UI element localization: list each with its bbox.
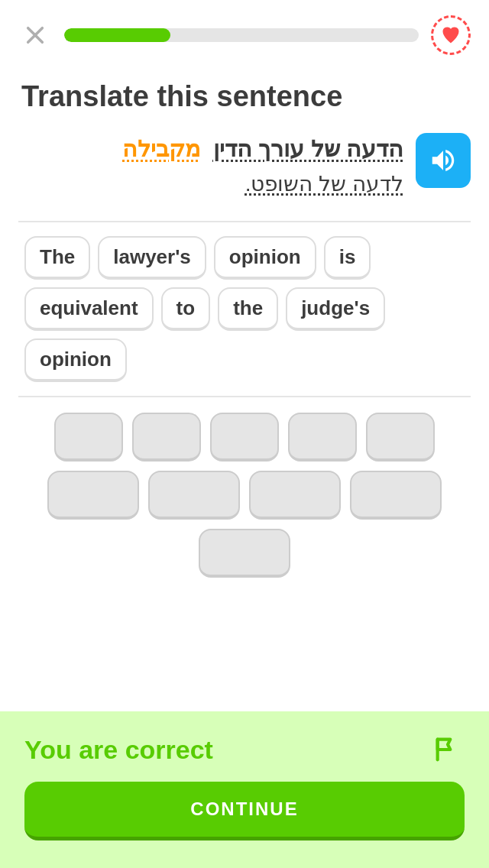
answer-chip-opinion2[interactable]: opinion bbox=[24, 338, 127, 382]
bottom-banner: You are correct CONTINUE bbox=[0, 711, 489, 868]
speaker-button[interactable] bbox=[416, 133, 471, 188]
heart-button[interactable] bbox=[431, 15, 471, 55]
answer-chip-opinion1[interactable]: opinion bbox=[214, 236, 316, 280]
bank-chip-5[interactable] bbox=[366, 413, 435, 462]
word-bank bbox=[0, 397, 489, 585]
answer-chip-the2[interactable]: the bbox=[218, 287, 278, 331]
sentence-text: הדעה של עורך הדין מקבילה לדעה של השופט. bbox=[18, 133, 403, 196]
progress-fill bbox=[64, 28, 170, 42]
answer-chip-lawyers[interactable]: lawyer's bbox=[98, 236, 206, 280]
correct-text: You are correct bbox=[24, 735, 213, 765]
header bbox=[0, 0, 489, 67]
answer-chip-equivalent[interactable]: equivalent bbox=[24, 287, 154, 331]
answer-chip-to[interactable]: to bbox=[161, 287, 211, 331]
bank-chip-1[interactable] bbox=[54, 413, 123, 462]
bank-chip-8[interactable] bbox=[249, 471, 341, 520]
correct-row: You are correct bbox=[24, 733, 465, 766]
progress-bar bbox=[64, 28, 419, 42]
answer-chip-the[interactable]: The bbox=[24, 236, 90, 280]
flag-report-icon[interactable] bbox=[431, 733, 465, 766]
sentence-area: הדעה של עורך הדין מקבילה לדעה של השופט. bbox=[0, 133, 489, 215]
bank-chip-10[interactable] bbox=[199, 529, 290, 578]
bank-chip-7[interactable] bbox=[148, 471, 240, 520]
hebrew-part1: הדעה של עורך הדין bbox=[213, 136, 403, 161]
bank-chip-9[interactable] bbox=[350, 471, 442, 520]
bank-chip-2[interactable] bbox=[132, 413, 201, 462]
hebrew-line1: הדעה של עורך הדין מקבילה bbox=[18, 133, 403, 165]
bank-chip-6[interactable] bbox=[47, 471, 139, 520]
bank-chip-4[interactable] bbox=[288, 413, 357, 462]
bank-chip-3[interactable] bbox=[210, 413, 279, 462]
answer-chip-is[interactable]: is bbox=[324, 236, 371, 280]
answer-area: The lawyer's opinion is equivalent to th… bbox=[18, 221, 471, 397]
hebrew-highlighted: מקבילה bbox=[122, 136, 200, 161]
close-button[interactable] bbox=[18, 18, 52, 52]
page-title: Translate this sentence bbox=[0, 67, 489, 133]
hebrew-line2: לדעה של השופט. bbox=[18, 171, 403, 196]
continue-button[interactable]: CONTINUE bbox=[24, 782, 465, 840]
answer-chip-judges[interactable]: judge's bbox=[286, 287, 385, 331]
